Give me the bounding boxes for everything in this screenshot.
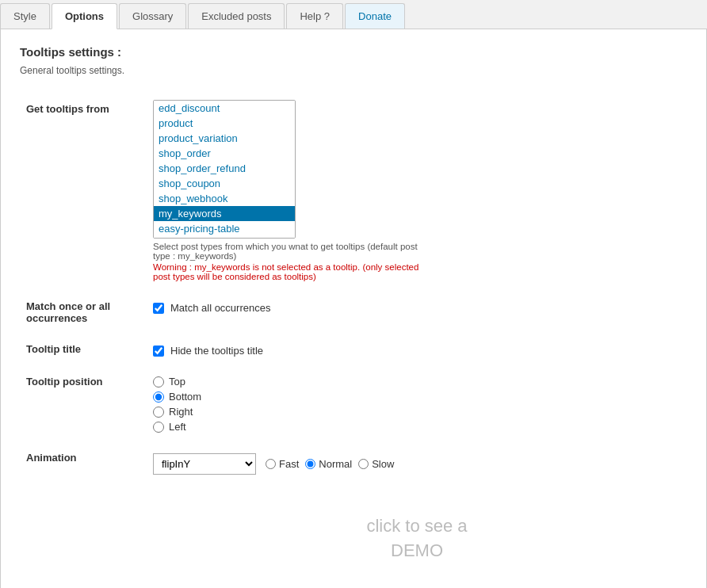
section-subtitle: General tooltips settings. (20, 65, 687, 76)
animation-label: Animation (20, 441, 147, 483)
tab-glossary[interactable]: Glossary (119, 3, 186, 29)
tab-donate[interactable]: Donate (345, 3, 405, 29)
tab-help[interactable]: Help ? (286, 3, 343, 29)
hide-title-checkbox[interactable] (153, 346, 164, 357)
animation-row: Animation flipInYfadeInbounceInslideIn F… (20, 441, 687, 483)
position-right-row: Right (153, 406, 681, 418)
position-bottom-radio[interactable] (153, 391, 164, 403)
speed-slow-label[interactable]: Slow (358, 458, 394, 470)
position-right-label: Right (169, 406, 193, 418)
speed-fast-label[interactable]: Fast (266, 458, 299, 470)
match-all-checkbox[interactable] (153, 303, 164, 314)
tabs-bar: Style Options Glossary Excluded posts He… (0, 0, 707, 29)
speed-normal-radio[interactable] (305, 459, 315, 469)
match-occurrences-control: Match all occurrences (147, 289, 687, 332)
tooltip-title-control: Hide the tooltips title (147, 332, 687, 365)
position-left-label: Left (169, 421, 186, 433)
match-occurrences-row: Match once or all occurrences Match all … (20, 289, 687, 332)
speed-normal-label[interactable]: Normal (305, 458, 352, 470)
position-radio-group: Top Bottom Right (153, 372, 681, 433)
demo-empty-cell (20, 483, 147, 587)
tooltip-title-label: Tooltip title (20, 332, 147, 365)
demo-cell: click to see a DEMO (147, 483, 687, 587)
section-title: Tooltips settings : (20, 45, 687, 59)
speed-fast-text: Fast (279, 458, 299, 470)
animation-select[interactable]: flipInYfadeInbounceInslideIn (153, 453, 256, 475)
content-area: Tooltips settings : General tooltips set… (0, 29, 707, 588)
speed-slow-text: Slow (372, 458, 394, 470)
demo-line1: click to see a (366, 516, 467, 536)
get-tooltips-label: Get tooltips from (20, 92, 147, 289)
speed-options: Fast Normal Slow (266, 458, 394, 470)
position-top-row: Top (153, 376, 681, 388)
position-bottom-row: Bottom (153, 391, 681, 403)
speed-fast-radio[interactable] (266, 459, 276, 469)
tooltip-position-row: Tooltip position Top Bottom (20, 365, 687, 441)
position-left-row: Left (153, 421, 681, 433)
get-tooltips-control: edd_discountproductproduct_variationshop… (147, 92, 687, 289)
get-tooltips-row: Get tooltips from edd_discountproductpro… (20, 92, 687, 289)
position-right-radio[interactable] (153, 407, 164, 418)
settings-table: Get tooltips from edd_discountproductpro… (20, 92, 687, 588)
animation-control: flipInYfadeInbounceInslideIn Fast Normal (147, 441, 687, 483)
demo-area[interactable]: click to see a DEMO (153, 498, 681, 579)
match-all-label: Match all occurrences (170, 302, 270, 314)
demo-line2: DEMO (391, 540, 443, 560)
tab-excluded-posts[interactable]: Excluded posts (188, 3, 285, 29)
tab-options[interactable]: Options (52, 3, 117, 29)
position-top-label: Top (169, 376, 185, 388)
tooltip-position-control: Top Bottom Right (147, 365, 687, 441)
post-types-note: Select post types from which you wnat to… (153, 242, 422, 261)
post-types-warning: Worning : my_keywords is not selected as… (153, 262, 422, 281)
post-types-listbox[interactable]: edd_discountproductproduct_variationshop… (153, 100, 296, 239)
match-occurrences-label: Match once or all occurrences (20, 289, 147, 332)
position-left-radio[interactable] (153, 422, 164, 433)
hide-title-label: Hide the tooltips title (170, 345, 263, 357)
demo-row: click to see a DEMO (20, 483, 687, 587)
position-top-radio[interactable] (153, 376, 164, 388)
speed-normal-text: Normal (319, 458, 352, 470)
tab-style[interactable]: Style (0, 3, 50, 29)
page-wrapper: Style Options Glossary Excluded posts He… (0, 0, 707, 588)
speed-slow-radio[interactable] (358, 459, 369, 469)
tooltip-position-label: Tooltip position (20, 365, 147, 441)
position-bottom-label: Bottom (169, 391, 201, 403)
tooltip-title-row: Tooltip title Hide the tooltips title (20, 332, 687, 365)
